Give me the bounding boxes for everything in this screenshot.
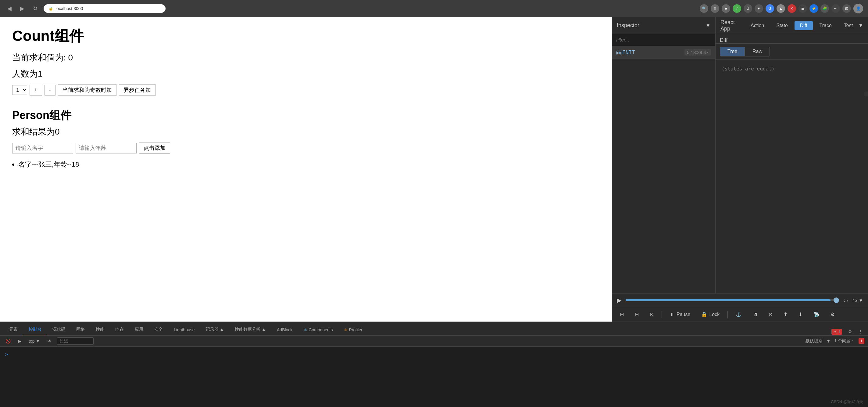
- filter-input[interactable]: [612, 34, 715, 46]
- devtools-bottom-toolbar: ⊞ ⊟ ⊠ ⏸ Pause 🔒 Lock ⚓ 🖥 ⊘ ⬆ ⬇ 📡 ⚙: [612, 307, 868, 322]
- inspector-content: (states are equal): [716, 60, 868, 293]
- tab-console[interactable]: 控制台: [23, 324, 47, 335]
- tab-profiler[interactable]: ⚛ Profiler: [338, 325, 368, 335]
- tab-components[interactable]: ⚛ Components: [298, 325, 338, 335]
- tab-performance[interactable]: 性能: [90, 324, 110, 335]
- extension-5-icon[interactable]: ▲: [777, 4, 785, 13]
- speed-selector[interactable]: 1x ▼: [852, 298, 863, 303]
- extension-1-icon[interactable]: ✓: [733, 4, 741, 13]
- forward-button[interactable]: ▶: [18, 4, 27, 13]
- extension-9-icon[interactable]: 🧩: [820, 4, 829, 13]
- main-area: Count组件 当前求和值为: 0 人数为1 1 2 3 + - 当前求和为奇数…: [0, 17, 868, 322]
- side-tooltip: [864, 91, 868, 96]
- tab-adblock[interactable]: AdBlock: [271, 325, 298, 335]
- action-name: @@INIT: [616, 50, 635, 56]
- issues-badge: ⚠ 1: [831, 329, 842, 335]
- extension-4-icon[interactable]: G: [766, 4, 774, 13]
- eye-button[interactable]: 👁: [45, 338, 53, 345]
- state-tab[interactable]: State: [771, 21, 793, 30]
- issues-count-badge: 1: [859, 338, 864, 344]
- extension-11-icon[interactable]: ⊡: [842, 4, 851, 13]
- console-prompt[interactable]: >: [5, 349, 863, 360]
- action-tab[interactable]: Action: [745, 21, 770, 30]
- level-selector[interactable]: 默认级别: [806, 338, 823, 344]
- tree-view-tab[interactable]: Tree: [720, 47, 745, 56]
- tab-security[interactable]: 安全: [149, 324, 168, 335]
- settings-button[interactable]: ⚙: [828, 310, 838, 319]
- tab-recorder[interactable]: 记录器 ▲: [200, 324, 229, 335]
- lock-label: Lock: [709, 312, 719, 317]
- prev-action-button[interactable]: ‹: [843, 297, 845, 303]
- add-person-button[interactable]: 点击添加: [139, 142, 170, 154]
- clear-console-button[interactable]: 🚫: [4, 338, 12, 345]
- separator-2: [727, 311, 728, 318]
- extension-7-icon[interactable]: ☰: [799, 4, 807, 13]
- odd-add-button[interactable]: 当前求和为奇数时加: [58, 84, 117, 96]
- browser-chrome: ◀ ▶ ↻ 🔒 localhost:3000 🔍 ⇧ ★ ✓ U ▼ G ▲ ✕…: [0, 0, 868, 17]
- grid-view-3-button[interactable]: ⊠: [647, 310, 657, 319]
- inspector-dropdown[interactable]: ▼: [706, 23, 710, 28]
- share-icon[interactable]: ⇧: [711, 4, 719, 13]
- tab-application[interactable]: 应用: [129, 324, 149, 335]
- back-button[interactable]: ◀: [5, 4, 14, 13]
- grid-view-1-button[interactable]: ⊞: [617, 310, 627, 319]
- search-icon[interactable]: 🔍: [700, 4, 708, 13]
- name-input[interactable]: [12, 143, 73, 153]
- extension-10-icon[interactable]: ⋯: [831, 4, 840, 13]
- components-icon: ⚛: [303, 327, 307, 332]
- trace-tab[interactable]: Trace: [814, 21, 837, 30]
- increment-button[interactable]: +: [30, 85, 42, 95]
- top-selector[interactable]: top ▼: [27, 338, 42, 345]
- devtools-tab-bar: 元素 控制台 源代码 网络 性能 内存 应用 安全 Lighthouse 记录器…: [0, 322, 868, 336]
- console-toggle-button[interactable]: ▶: [16, 338, 23, 345]
- extension-8-icon[interactable]: ⚡: [809, 4, 818, 13]
- pause-label: Pause: [677, 312, 690, 317]
- extension-6-icon[interactable]: ✕: [787, 4, 796, 13]
- decrement-button[interactable]: -: [44, 85, 56, 95]
- refresh-button[interactable]: ↻: [30, 4, 40, 13]
- upload-button[interactable]: ⬆: [780, 310, 790, 319]
- action-item[interactable]: @@INIT 5:13:38.47: [612, 46, 715, 59]
- age-input[interactable]: [75, 143, 136, 153]
- issues-counter-button[interactable]: ⚠ 1: [830, 328, 844, 335]
- next-action-button[interactable]: ›: [846, 297, 848, 303]
- nav-arrows: ‹ ›: [843, 297, 848, 303]
- play-button[interactable]: ▶: [617, 296, 621, 304]
- remote-button[interactable]: 📡: [810, 310, 823, 319]
- count-select[interactable]: 1 2 3: [12, 85, 27, 95]
- persist-button[interactable]: ⚓: [733, 310, 745, 319]
- lock-button[interactable]: 🔒 Lock: [698, 310, 722, 319]
- tab-memory[interactable]: 内存: [110, 324, 129, 335]
- separator-1: [661, 311, 662, 318]
- extension-3-icon[interactable]: ▼: [754, 4, 763, 13]
- console-filter-input[interactable]: [57, 338, 94, 345]
- lock-icon-btn: 🔒: [701, 312, 707, 317]
- user-avatar[interactable]: 👤: [854, 4, 863, 13]
- tab-network[interactable]: 网络: [71, 324, 90, 335]
- raw-view-tab[interactable]: Raw: [745, 47, 770, 56]
- test-tab[interactable]: Test: [838, 21, 858, 30]
- download-button[interactable]: ⬇: [796, 310, 806, 319]
- progress-track[interactable]: [626, 299, 839, 301]
- tab-lighthouse[interactable]: Lighthouse: [168, 325, 200, 335]
- tab-sources[interactable]: 源代码: [47, 324, 71, 335]
- react-app-title: React App: [720, 19, 745, 32]
- extension-2-icon[interactable]: U: [744, 4, 752, 13]
- diff-tab[interactable]: Diff: [795, 21, 813, 30]
- async-add-button[interactable]: 异步任务加: [119, 84, 155, 96]
- devtools-more-button[interactable]: ⋮: [857, 328, 864, 335]
- react-app-dropdown[interactable]: ▼: [858, 23, 863, 28]
- devtools-settings-button[interactable]: ⚙: [846, 328, 854, 335]
- pause-button[interactable]: ⏸ Pause: [667, 310, 693, 319]
- import-button[interactable]: 🖥: [750, 310, 761, 319]
- record-button[interactable]: ⊘: [766, 310, 776, 319]
- grid-view-2-button[interactable]: ⊟: [632, 310, 642, 319]
- watermark: CSDN @韶武逍夫: [831, 399, 863, 405]
- browser-devtools: 元素 控制台 源代码 网络 性能 内存 应用 安全 Lighthouse 记录器…: [0, 322, 868, 407]
- address-bar[interactable]: 🔒 localhost:3000: [43, 4, 165, 13]
- console-right: 默认级别 ▼ 1 个问题： 1: [806, 338, 864, 344]
- bookmark-icon[interactable]: ★: [722, 4, 730, 13]
- issues-label: 1 个问题：: [834, 338, 855, 344]
- tab-perf-insights[interactable]: 性能数据分析 ▲: [229, 324, 271, 335]
- tab-elements[interactable]: 元素: [4, 324, 23, 335]
